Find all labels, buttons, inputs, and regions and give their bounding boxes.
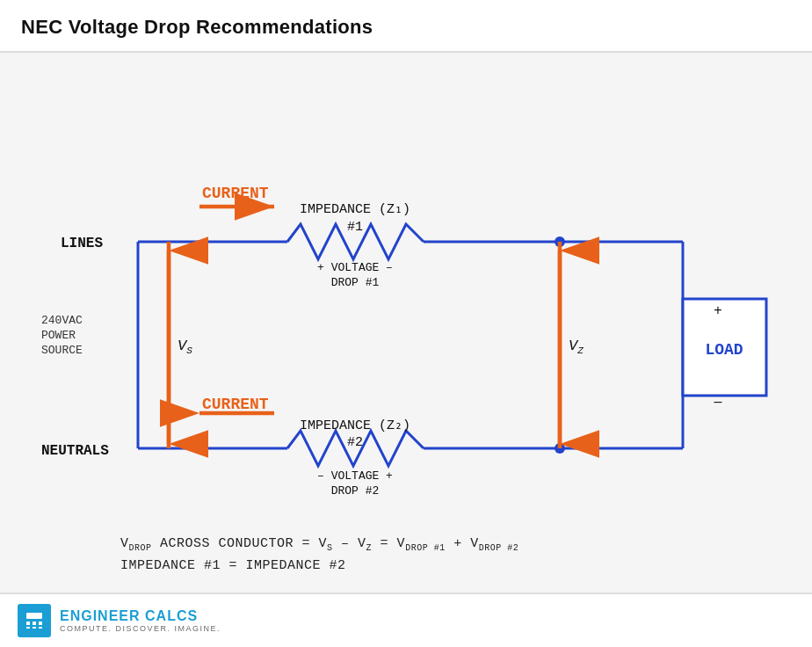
- current-top-text: CURRENT: [202, 185, 269, 202]
- header: NEC Voltage Drop Recommendations: [0, 0, 812, 53]
- current-bottom-text: CURRENT: [202, 396, 269, 413]
- svg-rect-29: [39, 627, 42, 629]
- logo-icon: [18, 604, 51, 637]
- formula-text-1: VDROP ACROSS CONDUCTOR = VS – VZ = VDROP…: [120, 536, 518, 553]
- svg-rect-23: [26, 613, 42, 619]
- load-plus-label: +: [714, 302, 721, 317]
- vs-label: VS: [178, 338, 192, 356]
- voltage-drop2-num: DROP #2: [331, 484, 380, 498]
- brand-tagline: COMPUTE. DISCOVER. IMAGINE.: [60, 624, 221, 633]
- impedance1-num: #1: [347, 220, 363, 235]
- impedance1-label: IMPEDANCE (Z₁): [300, 202, 410, 217]
- footer-text-container: ENGINEER CALCS COMPUTE. DISCOVER. IMAGIN…: [60, 608, 221, 633]
- formula-area: VDROP ACROSS CONDUCTOR = VS – VZ = VDROP…: [15, 527, 797, 578]
- voltage-drop2-label: – VOLTAGE +: [317, 469, 393, 483]
- neutrals-label: NEUTRALS: [41, 443, 109, 459]
- svg-rect-28: [33, 627, 36, 629]
- svg-rect-27: [26, 627, 30, 629]
- impedance2-label: IMPEDANCE (Z₂): [300, 418, 410, 433]
- impedance2-num: #2: [347, 435, 363, 450]
- load-minus-label: –: [714, 394, 722, 409]
- page: NEC Voltage Drop Recommendations: [0, 0, 812, 647]
- brand-name: ENGINEER CALCS: [60, 608, 221, 624]
- source-label-3: SOURCE: [41, 344, 83, 357]
- circuit-svg: LOAD + –: [15, 62, 797, 527]
- source-label-2: POWER: [41, 329, 76, 342]
- svg-rect-24: [26, 622, 30, 625]
- vz-label: VZ: [569, 338, 584, 356]
- formula-line-2: IMPEDANCE #1 = IMPEDANCE #2: [120, 558, 797, 573]
- voltage-drop1-num: DROP #1: [331, 276, 380, 289]
- formula-line-1: VDROP ACROSS CONDUCTOR = VS – VZ = VDROP…: [120, 536, 797, 553]
- source-label-1: 240VAC: [41, 314, 83, 327]
- svg-rect-26: [39, 622, 42, 625]
- main-content: LOAD + –: [0, 53, 812, 592]
- calculator-icon: [23, 609, 46, 632]
- page-title: NEC Voltage Drop Recommendations: [21, 16, 791, 39]
- lines-label: LINES: [61, 236, 103, 251]
- logo-container: ENGINEER CALCS COMPUTE. DISCOVER. IMAGIN…: [18, 604, 221, 637]
- circuit-diagram: LOAD + –: [15, 62, 797, 527]
- voltage-drop1-label: + VOLTAGE –: [317, 261, 393, 274]
- formula-text-2: IMPEDANCE #1 = IMPEDANCE #2: [120, 558, 346, 573]
- footer: ENGINEER CALCS COMPUTE. DISCOVER. IMAGIN…: [0, 592, 812, 647]
- svg-rect-25: [33, 622, 36, 625]
- load-label: LOAD: [705, 341, 743, 359]
